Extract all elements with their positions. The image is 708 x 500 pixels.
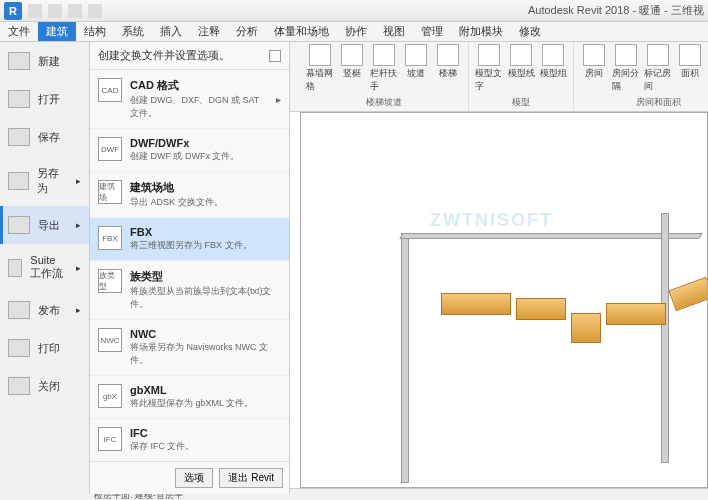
save-icon xyxy=(8,128,30,146)
filemenu-suite[interactable]: Suite 工作流▸ xyxy=(0,244,89,291)
export-item-DWF/DWFx[interactable]: DWFDWF/DWFx创建 DWF 或 DWFx 文件。 xyxy=(90,129,289,172)
ribbon-cmd-栏杆扶手[interactable]: 栏杆扶手 xyxy=(370,44,398,93)
quick-access-toolbar[interactable] xyxy=(28,4,102,18)
ribbon-cmd-幕墙网格[interactable]: 幕墙网格 xyxy=(306,44,334,93)
export-header-text: 创建交换文件并设置选项。 xyxy=(98,48,230,63)
ribbon-cmd-竖梃[interactable]: 竖梃 xyxy=(338,44,366,80)
filemenu-close[interactable]: 关闭 xyxy=(0,367,89,405)
export-item-FBX[interactable]: FBXFBX将三维视图另存为 FBX 文件。 xyxy=(90,218,289,261)
ribbon-cmd-模型线[interactable]: 模型线 xyxy=(507,44,535,80)
export-item-建筑场地[interactable]: 建筑场建筑场地导出 ADSK 交换文件。 xyxy=(90,172,289,218)
duct-segment xyxy=(441,293,511,315)
duct-segment xyxy=(668,277,708,311)
export-list: CADCAD 格式创建 DWG、DXF、DGN 或 SAT 文件。▸DWFDWF… xyxy=(90,70,289,461)
ribbon-cmd-模型文字[interactable]: 模型文字 xyxy=(475,44,503,93)
export-footer: 选项 退出 Revit xyxy=(90,461,289,494)
export-item-gbXML[interactable]: gbXgbXML将此模型保存为 gbXML 文件。 xyxy=(90,376,289,419)
window-title: Autodesk Revit 2018 - 暖通 - 三维视 xyxy=(528,3,704,18)
suite-icon xyxy=(8,259,22,277)
chevron-right-icon: ▸ xyxy=(76,176,81,186)
chevron-right-icon: ▸ xyxy=(76,220,81,230)
close-icon xyxy=(8,377,30,395)
file-menu-panel: 新建打开保存另存为▸导出▸Suite 工作流▸发布▸打印关闭 xyxy=(0,42,90,494)
ribbon-cmd-标记房间[interactable]: 标记房间 xyxy=(644,44,672,93)
export-icon-CAD 格式: CAD xyxy=(98,78,122,102)
publish-icon xyxy=(8,301,30,319)
saveas-icon xyxy=(8,172,29,190)
filemenu-saveas[interactable]: 另存为▸ xyxy=(0,156,89,206)
export-icon-NWC: NWC xyxy=(98,328,122,352)
menu-视图[interactable]: 视图 xyxy=(375,22,413,41)
new-icon xyxy=(8,52,30,70)
qat-open-icon[interactable] xyxy=(28,4,42,18)
filemenu-save[interactable]: 保存 xyxy=(0,118,89,156)
ribbon-group-模型: 模型文字模型线模型组模型 xyxy=(469,42,574,111)
export-icon-建筑场地: 建筑场 xyxy=(98,180,122,204)
menu-注释[interactable]: 注释 xyxy=(190,22,228,41)
chevron-right-icon: ▸ xyxy=(76,305,81,315)
export-item-IFC[interactable]: IFCIFC保存 IFC 文件。 xyxy=(90,419,289,461)
ribbon-cmd-楼梯[interactable]: 楼梯 xyxy=(434,44,462,80)
export-item-CAD 格式[interactable]: CADCAD 格式创建 DWG、DXF、DGN 或 SAT 文件。▸ xyxy=(90,70,289,129)
menu-分析[interactable]: 分析 xyxy=(228,22,266,41)
menu-体量和场地[interactable]: 体量和场地 xyxy=(266,22,337,41)
export-icon-族类型: 族类型 xyxy=(98,269,122,293)
ribbon-group-楼梯坡道: 幕墙网格竖梃栏杆扶手坡道楼梯楼梯坡道 xyxy=(300,42,469,111)
qat-save-icon[interactable] xyxy=(48,4,62,18)
export-icon-FBX: FBX xyxy=(98,226,122,250)
ribbon-cmd-房间[interactable]: 房间 xyxy=(580,44,608,80)
export-icon-DWF/DWFx: DWF xyxy=(98,137,122,161)
export-submenu-panel: 创建交换文件并设置选项。 CADCAD 格式创建 DWG、DXF、DGN 或 S… xyxy=(90,42,290,494)
duct-segment xyxy=(571,313,601,343)
qat-redo-icon[interactable] xyxy=(88,4,102,18)
export-icon-gbXML: gbX xyxy=(98,384,122,408)
chevron-right-icon: ▸ xyxy=(76,263,81,273)
menu-系统[interactable]: 系统 xyxy=(114,22,152,41)
menu-协作[interactable]: 协作 xyxy=(337,22,375,41)
ribbon-cmd-房间分隔[interactable]: 房间分隔 xyxy=(612,44,640,93)
watermark: ZWTNISOFT xyxy=(430,210,553,231)
menu-管理[interactable]: 管理 xyxy=(413,22,451,41)
filemenu-export[interactable]: 导出▸ xyxy=(0,206,89,244)
qat-undo-icon[interactable] xyxy=(68,4,82,18)
ribbon-group-房间和面积: 房间房间分隔标记房间面积面积图例房间和面积 xyxy=(574,42,708,111)
filemenu-open[interactable]: 打开 xyxy=(0,80,89,118)
menu-结构[interactable]: 结构 xyxy=(76,22,114,41)
filemenu-print[interactable]: 打印 xyxy=(0,329,89,367)
filemenu-publish[interactable]: 发布▸ xyxy=(0,291,89,329)
print-icon xyxy=(8,339,30,357)
ribbon-cmd-坡道[interactable]: 坡道 xyxy=(402,44,430,80)
open-icon xyxy=(8,90,30,108)
export-item-NWC[interactable]: NWCNWC将场景另存为 Navisworks NWC 文件。 xyxy=(90,320,289,376)
app-logo: R xyxy=(4,2,22,20)
export-header: 创建交换文件并设置选项。 xyxy=(90,42,289,70)
duct-segment xyxy=(606,303,666,325)
export-icon xyxy=(8,216,30,234)
options-button[interactable]: 选项 xyxy=(175,468,213,488)
menu-修改[interactable]: 修改 xyxy=(511,22,549,41)
filemenu-new[interactable]: 新建 xyxy=(0,42,89,80)
pin-icon[interactable] xyxy=(269,50,281,62)
exit-revit-button[interactable]: 退出 Revit xyxy=(219,468,283,488)
ribbon-cmd-模型组[interactable]: 模型组 xyxy=(539,44,567,80)
menu-文件[interactable]: 文件 xyxy=(0,22,38,41)
duct-segment xyxy=(516,298,566,320)
export-item-族类型[interactable]: 族类型族类型将族类型从当前族导出到文本(txt)文件。 xyxy=(90,261,289,320)
chevron-right-icon: ▸ xyxy=(276,94,281,105)
menu-附加模块[interactable]: 附加模块 xyxy=(451,22,511,41)
title-bar: R Autodesk Revit 2018 - 暖通 - 三维视 xyxy=(0,0,708,22)
menu-bar: 文件建筑结构系统插入注释分析体量和场地协作视图管理附加模块修改 xyxy=(0,22,708,42)
menu-插入[interactable]: 插入 xyxy=(152,22,190,41)
export-icon-IFC: IFC xyxy=(98,427,122,451)
menu-建筑[interactable]: 建筑 xyxy=(38,22,76,41)
viewport-3d[interactable] xyxy=(300,112,708,488)
ribbon-cmd-面积[interactable]: 面积 xyxy=(676,44,704,80)
